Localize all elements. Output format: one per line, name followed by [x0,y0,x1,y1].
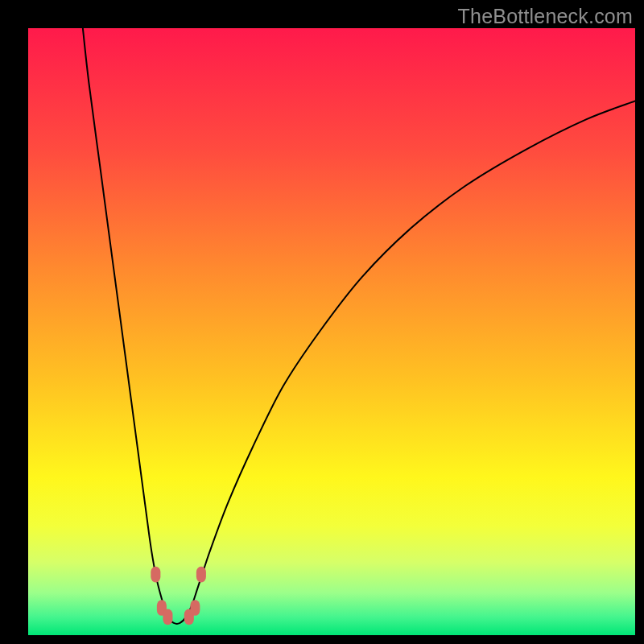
bottleneck-curve [28,28,635,635]
curve-marker [163,609,172,625]
chart-frame: TheBottleneck.com [0,0,644,644]
curve-marker [151,567,160,583]
plot-area [28,28,635,635]
watermark-text: TheBottleneck.com [458,5,633,28]
curve-marker [196,567,206,583]
curve-marker [190,600,200,616]
